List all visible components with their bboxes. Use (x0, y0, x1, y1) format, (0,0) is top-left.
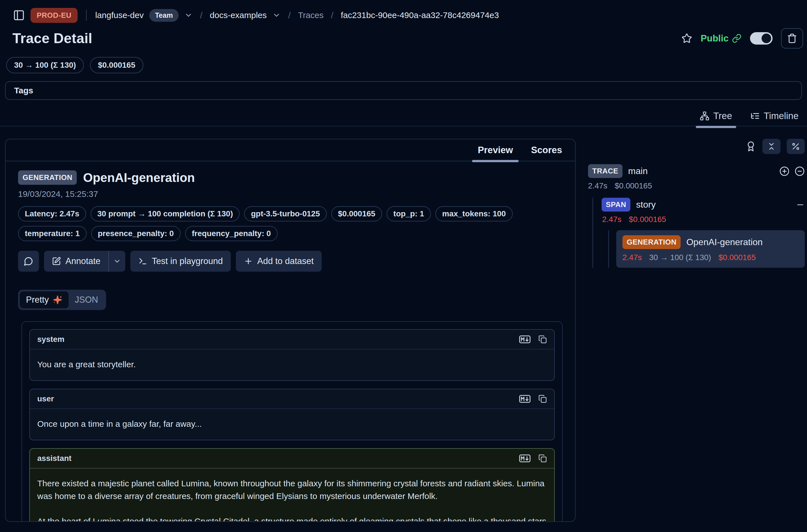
observation-preview-card: Preview Scores GENERATION OpenAI-generat… (5, 139, 576, 522)
frequency-penalty-badge: frequency_penalty: 0 (185, 226, 278, 241)
environment-badge[interactable]: PROD-EU (31, 8, 78, 23)
generation-node-row-selected[interactable]: GENERATION OpenAI-generation 2.47s 30 → … (616, 230, 805, 268)
tags-box[interactable]: Tags (5, 81, 802, 100)
sidebar-toggle-button[interactable] (13, 9, 25, 21)
breadcrumb-separator: / (200, 10, 203, 21)
tab-scores[interactable]: Scores (531, 145, 562, 155)
collapse-all-circle-button[interactable] (794, 166, 805, 176)
active-tab-indicator (696, 126, 736, 128)
markdown-toggle-button[interactable] (519, 336, 530, 343)
tab-preview-label: Preview (478, 145, 513, 155)
trace-node-name: main (628, 166, 648, 176)
assistant-paragraph: There existed a majestic planet called L… (37, 477, 547, 502)
chevron-down-icon[interactable] (272, 11, 281, 19)
assistant-paragraph: At the heart of Lumina stood the towerin… (37, 515, 547, 522)
tab-tree[interactable]: Tree (700, 111, 732, 121)
annotate-button[interactable]: Annotate (44, 251, 108, 272)
copy-button[interactable] (538, 454, 547, 462)
span-node-row[interactable]: SPAN story (602, 198, 805, 212)
span-node: SPAN story 2.47s $0.000165 (602, 198, 805, 268)
collapse-span-button[interactable] (796, 200, 805, 209)
span-children: GENERATION OpenAI-generation 2.47s 30 → … (608, 230, 805, 268)
delete-trace-button[interactable] (781, 28, 803, 49)
tab-tree-label: Tree (713, 111, 732, 121)
tab-preview[interactable]: Preview (478, 145, 513, 155)
message-header: system (30, 330, 554, 349)
panel-left-icon (13, 9, 25, 21)
expand-all-button[interactable] (780, 166, 789, 176)
latency-badge: Latency: 2.47s (18, 206, 86, 222)
metrics-percent-button[interactable] (787, 139, 805, 154)
token-usage-badge[interactable]: 30 prompt → 100 completion (Σ 130) (91, 206, 240, 222)
comment-button[interactable] (18, 251, 39, 272)
active-tab-indicator (472, 160, 519, 162)
panel-tabs: Preview Scores (6, 139, 575, 162)
circle-minus-icon (794, 166, 805, 176)
org-type-badge: Team (149, 9, 178, 22)
format-pretty-label: Pretty (26, 295, 49, 305)
breadcrumb-project[interactable]: docs-examples (210, 11, 267, 20)
model-badge[interactable]: gpt-3.5-turbo-0125 (244, 206, 326, 222)
chevron-down-icon (113, 257, 121, 265)
max-tokens-badge: max_tokens: 100 (435, 206, 513, 222)
cost-badge[interactable]: $0.000165 (331, 206, 382, 222)
trace-token-usage-badge: 30 → 100 (Σ 130) (6, 57, 84, 73)
trace-pill-row: 30 → 100 (Σ 130) $0.000165 (0, 49, 807, 73)
title-actions: Public (681, 28, 803, 49)
copy-button[interactable] (538, 395, 547, 403)
scores-award-button[interactable] (746, 141, 756, 152)
bookmark-star-button[interactable] (681, 33, 692, 44)
generation-node-name: OpenAI-generation (686, 237, 763, 247)
tree-icon (700, 111, 709, 121)
system-message-card: system (29, 329, 555, 381)
markdown-toggle-button[interactable] (519, 395, 530, 403)
presence-penalty-badge: presence_penalty: 0 (91, 226, 181, 241)
message-header: assistant (30, 449, 554, 469)
tab-scores-label: Scores (531, 145, 562, 155)
award-icon (746, 141, 756, 152)
assistant-message-card: assistant (29, 448, 555, 522)
format-json-segment[interactable]: JSON (69, 291, 105, 308)
public-link[interactable]: Public (701, 33, 742, 44)
edit-icon (52, 257, 61, 266)
temperature-badge: temperature: 1 (18, 226, 87, 241)
collapse-all-button[interactable] (763, 139, 781, 154)
generation-node-metrics: 2.47s 30 → 100 (Σ 130) $0.000165 (622, 253, 799, 262)
timeline-icon (750, 111, 760, 121)
breadcrumb-org[interactable]: langfuse-dev (95, 11, 144, 20)
format-pretty-segment[interactable]: Pretty (20, 291, 69, 308)
top-p-badge: top_p: 1 (387, 206, 431, 222)
annotate-split-button: Annotate (44, 251, 125, 272)
comment-icon (24, 256, 33, 266)
message-content: There existed a majestic planet called L… (30, 469, 554, 522)
annotate-dropdown-button[interactable] (109, 251, 125, 272)
percent-icon (791, 142, 800, 151)
test-in-playground-button[interactable]: Test in playground (130, 251, 231, 272)
trace-cost-badge: $0.000165 (90, 57, 143, 73)
tab-timeline[interactable]: Timeline (750, 111, 799, 121)
content-area: Preview Scores GENERATION OpenAI-generat… (0, 139, 807, 522)
breadcrumb: PROD-EU langfuse-dev Team / docs-example… (0, 0, 807, 27)
markdown-toggle-button[interactable] (519, 454, 530, 462)
toggle-knob (762, 34, 771, 43)
star-icon (681, 33, 692, 44)
public-toggle[interactable] (750, 32, 773, 44)
message-content: Once upon a time in a galaxy far, far aw… (30, 409, 554, 440)
add-to-dataset-button[interactable]: Add to dataset (236, 251, 322, 272)
trace-tree-panel: TRACE main 2.47s (588, 139, 805, 268)
message-tools (519, 335, 547, 344)
span-node-metrics: 2.47s $0.000165 (602, 215, 805, 224)
breadcrumb-separator: / (288, 10, 290, 21)
message-role: user (37, 394, 54, 403)
annotate-label: Annotate (65, 256, 100, 266)
breadcrumb-divider (86, 10, 87, 21)
trace-node-row[interactable]: TRACE main (588, 164, 805, 178)
chevron-down-icon[interactable] (184, 11, 193, 19)
format-toggle: Pretty JSON (18, 290, 106, 310)
trash-icon (787, 33, 797, 43)
copy-button[interactable] (538, 335, 547, 344)
breadcrumb-traces[interactable]: Traces (298, 11, 324, 20)
link-icon (732, 34, 742, 43)
tree-zoom-controls (780, 166, 805, 176)
breadcrumb-trace-id: fac231bc-90ee-490a-aa32-78c4269474e3 (341, 11, 499, 20)
